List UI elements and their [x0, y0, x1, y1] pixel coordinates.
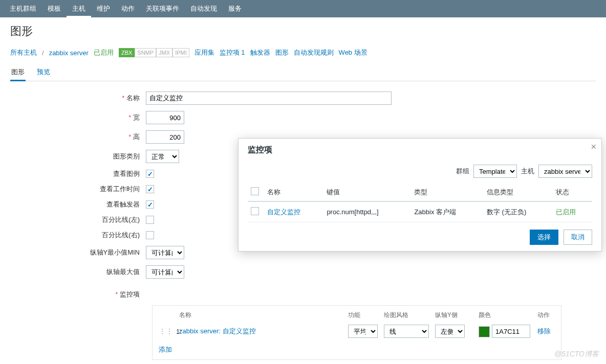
badge-snmp: SNMP [135, 48, 156, 57]
status-enabled: 已启用 [94, 48, 114, 57]
modal-group-label: 群组 [456, 167, 469, 176]
item-remove-link[interactable]: 移除 [537, 327, 551, 335]
nav-maintenance[interactable]: 维护 [91, 0, 116, 17]
bc-sep: / [42, 49, 44, 57]
items-h-name: 名称 [179, 311, 348, 320]
modal-th-info: 信息类型 [484, 183, 553, 201]
bc-all-hosts[interactable]: 所有主机 [10, 48, 37, 57]
height-input[interactable] [146, 130, 184, 144]
link-items[interactable]: 监控项 1 [220, 48, 245, 57]
items-h-style: 绘图风格 [384, 311, 435, 320]
show-triggers-checkbox[interactable] [146, 200, 154, 209]
bc-host[interactable]: zabbix server [49, 49, 89, 57]
nav-templates[interactable]: 模板 [42, 0, 67, 17]
modal-row-type: Zabbix 客户端 [411, 201, 484, 222]
label-show-triggers: 查看触发器 [10, 200, 146, 209]
badge-zbx: ZBX [119, 48, 135, 57]
modal-row-info: 数字 (无正负) [484, 201, 553, 222]
modal-th-key: 键值 [323, 183, 411, 201]
modal-host-select[interactable]: zabbix server [538, 165, 592, 178]
modal-row: 自定义监控 proc.num[httpd,,,] Zabbix 客户端 数字 (… [248, 201, 592, 222]
items-row: ⋮⋮1: zabbix server: 自定义监控 平均 线 左侧 移除 [159, 325, 555, 338]
label-graph-type: 图形类别 [10, 152, 146, 161]
item-style-select[interactable]: 线 [384, 325, 429, 338]
link-applications[interactable]: 应用集 [194, 48, 214, 57]
y-min-select[interactable]: 可计算的 [146, 246, 184, 259]
items-h-fn: 功能 [348, 311, 384, 320]
breadcrumb: 所有主机 / zabbix server 已启用 ZBX SNMP JMX IP… [10, 48, 596, 57]
watermark: @51CTO博客 [554, 350, 599, 359]
nav-services[interactable]: 服务 [223, 0, 247, 17]
tab-preview[interactable]: 预览 [36, 64, 51, 81]
modal-th-type: 类型 [411, 183, 484, 201]
label-percent-right: 百分比线(右) [10, 231, 146, 240]
nav-correlation[interactable]: 关联项事件 [140, 0, 185, 17]
label-items: 监控项 [10, 285, 146, 299]
modal-th-status: 状态 [553, 183, 592, 201]
show-working-time-checkbox[interactable] [146, 185, 154, 193]
item-name-link[interactable]: zabbix server: 自定义监控 [179, 327, 256, 335]
modal-th-name: 名称 [264, 183, 323, 201]
label-y-min: 纵轴Y最小值MIN [10, 248, 146, 257]
modal-select-button[interactable]: 选择 [530, 230, 558, 245]
modal-table: 名称 键值 类型 信息类型 状态 自定义监控 proc.num[httpd,,,… [248, 183, 592, 222]
width-input[interactable] [146, 111, 184, 124]
item-fn-select[interactable]: 平均 [348, 325, 378, 338]
modal-host-label: 主机 [521, 167, 534, 176]
graph-type-select[interactable]: 正常 [146, 150, 179, 163]
nav-hosts[interactable]: 主机 [67, 0, 91, 17]
nav-hostgroups[interactable]: 主机群组 [4, 0, 42, 17]
modal-row-key: proc.num[httpd,,,] [323, 201, 411, 222]
modal-select-all-checkbox[interactable] [251, 187, 259, 195]
show-legend-checkbox[interactable] [146, 170, 154, 178]
modal-group-select[interactable]: Templates [473, 165, 517, 178]
label-height: 高 [10, 132, 146, 142]
modal-row-checkbox[interactable] [251, 207, 259, 215]
items-h-side: 纵轴Y侧 [435, 311, 479, 320]
label-y-max: 纵轴最大值 [10, 267, 146, 277]
link-graphs[interactable]: 图形 [275, 48, 289, 57]
modal-row-status: 已启用 [556, 208, 576, 216]
color-input[interactable] [492, 325, 530, 338]
label-name: 名称 [10, 94, 146, 103]
link-triggers[interactable]: 触发器 [250, 48, 270, 57]
link-discovery-rules[interactable]: 自动发现规则 [294, 48, 334, 57]
nav-discovery[interactable]: 自动发现 [185, 0, 223, 17]
items-add-link[interactable]: 添加 [159, 346, 172, 353]
label-show-legend: 查看图例 [10, 169, 146, 178]
link-web[interactable]: Web 场景 [339, 48, 367, 57]
label-width: 宽 [10, 113, 146, 122]
close-icon[interactable]: × [591, 142, 596, 152]
badge-jmx: JMX [156, 48, 172, 57]
item-side-select[interactable]: 左侧 [435, 325, 465, 338]
tab-graph[interactable]: 图形 [10, 64, 26, 81]
items-h-action: 动作 [537, 311, 550, 320]
badge-ipmi: IPMI [172, 48, 189, 57]
nav-actions[interactable]: 动作 [116, 0, 140, 17]
y-max-select[interactable]: 可计算的 [146, 265, 184, 279]
items-modal: × 监控项 群组 Templates 主机 zabbix server 名称 键… [238, 138, 602, 252]
label-show-working-time: 查看工作时间 [10, 185, 146, 194]
name-input[interactable] [146, 92, 392, 105]
items-box: 名称 功能 绘图风格 纵轴Y侧 颜色 动作 ⋮⋮1: zabbix server… [152, 305, 561, 360]
drag-handle-icon[interactable]: ⋮⋮ [159, 327, 173, 335]
top-nav: 主机群组 模板 主机 维护 动作 关联项事件 自动发现 服务 [0, 0, 606, 17]
items-h-color: 颜色 [479, 311, 537, 320]
availability-badges: ZBX SNMP JMX IPMI [119, 48, 189, 57]
modal-row-name[interactable]: 自定义监控 [267, 208, 300, 216]
modal-cancel-button[interactable]: 取消 [564, 230, 592, 245]
percent-left-checkbox[interactable] [146, 216, 154, 224]
page-title: 图形 [10, 24, 596, 39]
subtabs: 图形 预览 [10, 64, 596, 81]
percent-right-checkbox[interactable] [146, 231, 154, 239]
color-swatch[interactable] [479, 326, 490, 337]
label-percent-left: 百分比线(左) [10, 215, 146, 224]
modal-title: 监控项 [248, 145, 592, 155]
